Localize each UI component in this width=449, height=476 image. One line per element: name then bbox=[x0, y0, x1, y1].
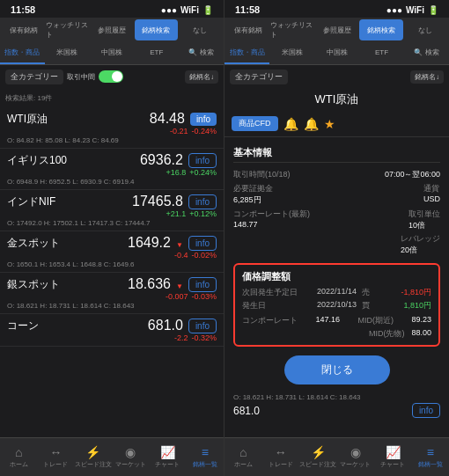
price-adjust-box: 価格調整額 次回発生予定日 2022/11/14 売 -1,810円 発生日 2… bbox=[233, 263, 440, 347]
info-button[interactable]: info bbox=[188, 236, 217, 251]
detail-tabs: 商品CFD 🔔 🔔 ★ bbox=[224, 111, 449, 137]
tab-保有銘柄-right[interactable]: 保有銘柄 bbox=[226, 19, 269, 40]
comp-rate-value: 147.16 bbox=[315, 315, 340, 326]
search-results-row-left: 検索結果: 19件 bbox=[0, 88, 224, 107]
stock-price: 17465.8 bbox=[132, 194, 183, 209]
market-icon-right: ◉ bbox=[350, 445, 361, 459]
bottom-nav-speed-right[interactable]: ⚡ スピード注文 bbox=[299, 438, 337, 476]
subtab-ETF-left[interactable]: ETF bbox=[134, 42, 179, 64]
bell-icon-2[interactable]: 🔔 bbox=[304, 117, 319, 131]
nav-tabs-left: 保有銘柄 ウォッチリスト 参照履歴 銘柄検索 なし bbox=[0, 18, 224, 42]
bottom-nav-trade-right[interactable]: ↔ トレード bbox=[262, 438, 300, 476]
leverage-value: 20倍 bbox=[401, 245, 440, 256]
stock-name: コーン bbox=[7, 319, 39, 333]
bottom-nav-trade-left[interactable]: ↔ トレード bbox=[37, 438, 74, 476]
list-item: 金スポット 1649.2 info -0.4 -0.02% O: 1650.1 … bbox=[0, 231, 224, 273]
trading-label-left: 取引中間 bbox=[67, 72, 95, 82]
bottom-nav-market-left[interactable]: ◉ マーケット bbox=[112, 438, 149, 476]
stock-detail: O: 6948.9 H: 6952.5 L: 6930.9 C: 6919.4 bbox=[7, 178, 217, 186]
tab-ウォッチリスト-left[interactable]: ウォッチリスト bbox=[46, 19, 89, 40]
trading-time-label: 取引時間(10/18) bbox=[233, 169, 291, 180]
stock-change-pct: +0.12% bbox=[189, 209, 217, 218]
speed-label-right: スピード注文 bbox=[299, 460, 336, 469]
close-button[interactable]: 閉じる bbox=[284, 355, 390, 384]
subtab-中国株-left[interactable]: 中国株 bbox=[90, 42, 135, 64]
bottom-nav-market-right[interactable]: ◉ マーケット bbox=[337, 438, 375, 476]
stock-change: +16.8 bbox=[166, 168, 186, 177]
bottom-nav-home-left[interactable]: ⌂ ホーム bbox=[0, 438, 37, 476]
chart-icon: 📈 bbox=[160, 445, 175, 459]
info-row-leverage: レバレッジ 20倍 bbox=[233, 233, 440, 256]
market-label: マーケット bbox=[115, 460, 146, 469]
info-button[interactable]: info bbox=[188, 194, 217, 209]
tab-なし-left[interactable]: なし bbox=[179, 19, 222, 40]
home-icon-right: ⌂ bbox=[239, 445, 247, 459]
list-icon-right: ≡ bbox=[427, 445, 434, 459]
sell-label: 売 bbox=[362, 287, 370, 298]
info-button[interactable]: info bbox=[188, 319, 217, 333]
trade-icon-right: ↔ bbox=[275, 445, 287, 459]
star-icon[interactable]: ★ bbox=[324, 117, 335, 131]
chart-label-right: チャート bbox=[380, 460, 405, 469]
bottom-nav-chart-left[interactable]: 📈 チャート bbox=[149, 438, 186, 476]
bottom-nav-list-left[interactable]: ≡ 銘柄一覧 bbox=[187, 438, 224, 476]
subtab-検索-left[interactable]: 🔍 検索 bbox=[179, 42, 224, 64]
tab-なし-right[interactable]: なし bbox=[404, 19, 447, 40]
sort-btn-right[interactable]: 銘柄名↓ bbox=[410, 70, 444, 84]
list-item: コーン 681.0 info -2.2 -0.32% bbox=[0, 314, 224, 347]
tab-ウォッチリスト-right[interactable]: ウォッチリスト bbox=[270, 19, 313, 40]
bottom-nav-list-right[interactable]: ≡ 銘柄一覧 bbox=[412, 438, 450, 476]
bottom-nav-home-right[interactable]: ⌂ ホーム bbox=[224, 438, 262, 476]
subtab-米国株-right[interactable]: 米国株 bbox=[269, 42, 314, 64]
stock-name: インドNIF bbox=[7, 194, 55, 209]
subtab-検索-right[interactable]: 🔍 検索 bbox=[404, 42, 449, 64]
speed-icon: ⚡ bbox=[85, 445, 100, 459]
stock-detail: O: 84.82 H: 85.08 L: 84.23 C: 84.69 bbox=[7, 136, 217, 144]
currency-label: 通貨 bbox=[423, 183, 440, 194]
list-item: イギリス100 6936.2 info +16.8 +0.24% O: 6948… bbox=[0, 149, 224, 190]
info-button[interactable]: info bbox=[190, 113, 217, 126]
speed-icon-right: ⚡ bbox=[311, 445, 326, 459]
buy-label: 買 bbox=[362, 300, 370, 311]
tab-銘柄検索-right[interactable]: 銘柄検索 bbox=[359, 19, 402, 40]
tab-参照履歴-left[interactable]: 参照履歴 bbox=[90, 19, 133, 40]
comp-value: 148.77 bbox=[233, 220, 310, 229]
subtab-指数商品-right[interactable]: 指数・商品 bbox=[224, 42, 269, 64]
tab-銘柄検索-left[interactable]: 銘柄検索 bbox=[135, 19, 178, 40]
tab-参照履歴-right[interactable]: 参照履歴 bbox=[315, 19, 358, 40]
bottom-nav-speed-left[interactable]: ⚡ スピード注文 bbox=[75, 438, 112, 476]
stock-name: WTI原油 bbox=[7, 112, 48, 127]
mid-term-value: 89.23 bbox=[411, 315, 431, 326]
filter-all-btn-right[interactable]: 全カテゴリー bbox=[230, 70, 288, 84]
sort-btn-left[interactable]: 銘柄名↓ bbox=[185, 70, 218, 84]
filter-all-btn-left[interactable]: 全カテゴリー bbox=[5, 70, 63, 84]
stock-name: 金スポット bbox=[7, 236, 60, 251]
time-right: 11:58 bbox=[235, 4, 260, 15]
subtab-中国株-right[interactable]: 中国株 bbox=[314, 42, 359, 64]
stock-name: イギリス100 bbox=[7, 153, 67, 168]
stock-price: 18.636 bbox=[128, 276, 171, 292]
stock-change: -0.21 bbox=[170, 127, 188, 135]
subtab-ETF-right[interactable]: ETF bbox=[359, 42, 404, 64]
info-row-deposit: 必要証拠金 6,285円 通貨 USD bbox=[233, 183, 440, 206]
mid-forward-value: 88.00 bbox=[411, 328, 431, 340]
info-row-trading-time: 取引時間(10/18) 07:00～翌06:00 bbox=[233, 166, 440, 183]
info-button[interactable]: info bbox=[188, 153, 217, 168]
birth-date-value: 2022/10/13 bbox=[317, 300, 357, 311]
bottom-stock-row: 681.0 info bbox=[233, 403, 440, 418]
trading-toggle-left[interactable] bbox=[99, 70, 123, 83]
stock-change-pct: -0.03% bbox=[191, 292, 217, 301]
currency-value: USD bbox=[423, 194, 440, 203]
detail-tab-cfd[interactable]: 商品CFD bbox=[232, 116, 278, 131]
trading-time-value: 07:00～翌06:00 bbox=[385, 169, 440, 180]
bottom-nav-right: ⌂ ホーム ↔ トレード ⚡ スピード注文 ◉ マーケット 📈 チャート ≡ 銘… bbox=[224, 437, 449, 476]
bottom-info-button[interactable]: info bbox=[412, 403, 440, 418]
comp-label: コンポーレート(最新) bbox=[233, 209, 310, 220]
subtab-米国株-left[interactable]: 米国株 bbox=[45, 42, 90, 64]
bottom-nav-chart-right[interactable]: 📈 チャート bbox=[374, 438, 412, 476]
bell-icon-1[interactable]: 🔔 bbox=[283, 117, 298, 131]
tab-保有銘柄-left[interactable]: 保有銘柄 bbox=[2, 19, 45, 40]
info-button[interactable]: info bbox=[188, 277, 217, 292]
subtab-指数商品-left[interactable]: 指数・商品 bbox=[0, 42, 45, 64]
right-panel: 11:58 ●●● WiFi 🔋 保有銘柄 ウォッチリスト 参照履歴 銘柄検索 … bbox=[224, 0, 449, 476]
